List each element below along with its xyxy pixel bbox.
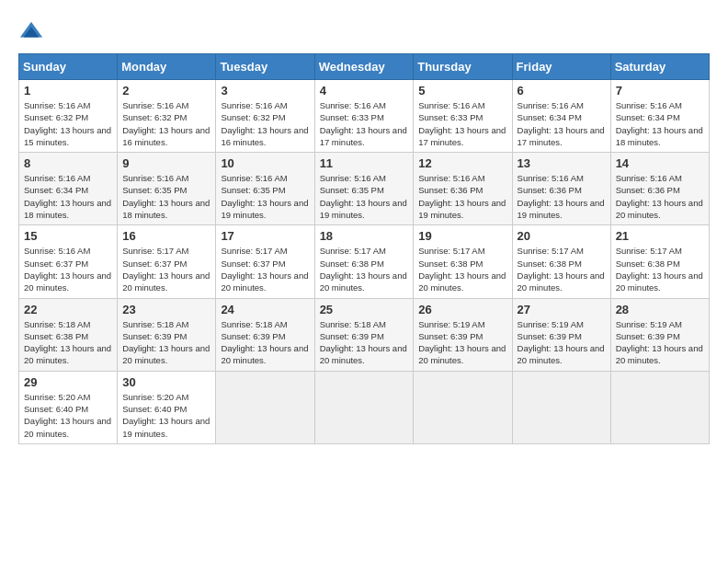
daylight-text: Daylight: 13 hours and 17 minutes. [518, 124, 606, 149]
day-number: 16 [122, 229, 210, 243]
day-number: 9 [122, 156, 210, 170]
daylight-text: Daylight: 13 hours and 17 minutes. [320, 124, 409, 149]
sunrise-text: Sunrise: 5:17 AM [122, 245, 210, 257]
sunset-text: Sunset: 6:34 PM [616, 111, 704, 123]
daylight-text: Daylight: 13 hours and 20 minutes. [518, 270, 606, 294]
header-tuesday: Tuesday [216, 54, 314, 80]
calendar-week-3: 15 Sunrise: 5:16 AM Sunset: 6:37 PM Dayl… [19, 225, 710, 298]
daylight-text: Daylight: 13 hours and 20 minutes. [24, 415, 112, 440]
sunset-text: Sunset: 6:32 PM [221, 111, 309, 123]
day-number: 29 [24, 375, 112, 389]
day-number: 12 [418, 156, 506, 170]
day-info: Sunrise: 5:17 AM Sunset: 6:38 PM Dayligh… [418, 245, 506, 293]
daylight-text: Daylight: 13 hours and 18 minutes. [24, 197, 112, 222]
calendar-cell: 29 Sunrise: 5:20 AM Sunset: 6:40 PM Dayl… [19, 371, 118, 443]
day-number: 5 [418, 84, 506, 98]
header-friday: Friday [512, 54, 610, 80]
calendar-cell: 3 Sunrise: 5:16 AM Sunset: 6:32 PM Dayli… [216, 80, 314, 153]
calendar-cell [610, 371, 709, 443]
day-info: Sunrise: 5:17 AM Sunset: 6:37 PM Dayligh… [122, 245, 210, 293]
day-info: Sunrise: 5:16 AM Sunset: 6:32 PM Dayligh… [221, 99, 309, 148]
day-info: Sunrise: 5:16 AM Sunset: 6:34 PM Dayligh… [518, 99, 606, 148]
header-monday: Monday [118, 54, 216, 80]
calendar-cell: 28 Sunrise: 5:19 AM Sunset: 6:39 PM Dayl… [610, 298, 709, 371]
calendar-cell [414, 371, 512, 443]
header-wednesday: Wednesday [314, 54, 414, 80]
calendar-week-2: 8 Sunrise: 5:16 AM Sunset: 6:34 PM Dayli… [19, 153, 710, 225]
day-number: 6 [518, 84, 606, 98]
calendar-cell: 1 Sunrise: 5:16 AM Sunset: 6:32 PM Dayli… [19, 80, 118, 153]
day-info: Sunrise: 5:16 AM Sunset: 6:36 PM Dayligh… [616, 172, 704, 221]
sunrise-text: Sunrise: 5:16 AM [518, 99, 606, 111]
calendar-cell: 21 Sunrise: 5:17 AM Sunset: 6:38 PM Dayl… [610, 225, 709, 298]
calendar-week-4: 22 Sunrise: 5:18 AM Sunset: 6:38 PM Dayl… [19, 298, 710, 371]
sunset-text: Sunset: 6:39 PM [418, 330, 506, 342]
day-number: 30 [122, 375, 210, 389]
daylight-text: Daylight: 13 hours and 19 minutes. [518, 197, 606, 222]
sunrise-text: Sunrise: 5:16 AM [122, 99, 210, 111]
day-number: 23 [122, 303, 210, 316]
sunset-text: Sunset: 6:38 PM [518, 258, 606, 270]
day-info: Sunrise: 5:16 AM Sunset: 6:35 PM Dayligh… [320, 172, 409, 221]
daylight-text: Daylight: 13 hours and 19 minutes. [221, 197, 309, 222]
logo-icon [18, 18, 44, 44]
sunset-text: Sunset: 6:33 PM [320, 111, 409, 123]
day-info: Sunrise: 5:16 AM Sunset: 6:35 PM Dayligh… [221, 172, 309, 221]
calendar-cell: 25 Sunrise: 5:18 AM Sunset: 6:39 PM Dayl… [314, 298, 414, 371]
calendar-cell: 15 Sunrise: 5:16 AM Sunset: 6:37 PM Dayl… [19, 225, 118, 298]
sunrise-text: Sunrise: 5:19 AM [616, 318, 704, 330]
sunrise-text: Sunrise: 5:20 AM [122, 391, 210, 403]
day-number: 17 [221, 229, 309, 243]
header-row: SundayMondayTuesdayWednesdayThursdayFrid… [19, 54, 710, 80]
sunset-text: Sunset: 6:37 PM [221, 258, 309, 270]
day-number: 7 [616, 84, 704, 98]
sunrise-text: Sunrise: 5:18 AM [122, 318, 210, 330]
day-number: 13 [518, 156, 606, 170]
sunrise-text: Sunrise: 5:17 AM [518, 245, 606, 257]
day-info: Sunrise: 5:19 AM Sunset: 6:39 PM Dayligh… [616, 318, 704, 367]
calendar-cell: 12 Sunrise: 5:16 AM Sunset: 6:36 PM Dayl… [414, 153, 512, 225]
calendar-cell: 7 Sunrise: 5:16 AM Sunset: 6:34 PM Dayli… [610, 80, 709, 153]
sunrise-text: Sunrise: 5:16 AM [320, 172, 409, 184]
sunset-text: Sunset: 6:40 PM [24, 403, 112, 415]
sunset-text: Sunset: 6:38 PM [24, 330, 112, 342]
day-info: Sunrise: 5:16 AM Sunset: 6:37 PM Dayligh… [24, 245, 112, 293]
header-saturday: Saturday [610, 54, 709, 80]
sunset-text: Sunset: 6:39 PM [616, 330, 704, 342]
day-number: 3 [221, 84, 309, 98]
day-info: Sunrise: 5:17 AM Sunset: 6:37 PM Dayligh… [221, 245, 309, 293]
sunset-text: Sunset: 6:36 PM [418, 184, 506, 196]
calendar-cell [314, 371, 414, 443]
daylight-text: Daylight: 13 hours and 20 minutes. [616, 197, 704, 222]
sunrise-text: Sunrise: 5:20 AM [24, 391, 112, 403]
header-sunday: Sunday [19, 54, 118, 80]
daylight-text: Daylight: 13 hours and 19 minutes. [418, 197, 506, 222]
daylight-text: Daylight: 13 hours and 20 minutes. [418, 342, 506, 367]
page-header [18, 18, 710, 44]
day-info: Sunrise: 5:16 AM Sunset: 6:32 PM Dayligh… [122, 99, 210, 148]
daylight-text: Daylight: 13 hours and 20 minutes. [418, 270, 506, 294]
sunrise-text: Sunrise: 5:18 AM [221, 318, 309, 330]
calendar-week-5: 29 Sunrise: 5:20 AM Sunset: 6:40 PM Dayl… [19, 371, 710, 443]
daylight-text: Daylight: 13 hours and 20 minutes. [320, 270, 409, 294]
header-thursday: Thursday [414, 54, 512, 80]
day-number: 24 [221, 303, 309, 316]
daylight-text: Daylight: 13 hours and 19 minutes. [122, 415, 210, 440]
daylight-text: Daylight: 13 hours and 20 minutes. [320, 342, 409, 367]
calendar-cell: 30 Sunrise: 5:20 AM Sunset: 6:40 PM Dayl… [118, 371, 216, 443]
sunrise-text: Sunrise: 5:16 AM [616, 172, 704, 184]
sunrise-text: Sunrise: 5:16 AM [24, 99, 112, 111]
day-number: 14 [616, 156, 704, 170]
day-info: Sunrise: 5:19 AM Sunset: 6:39 PM Dayligh… [518, 318, 606, 367]
day-info: Sunrise: 5:16 AM Sunset: 6:34 PM Dayligh… [24, 172, 112, 221]
daylight-text: Daylight: 13 hours and 20 minutes. [221, 270, 309, 294]
daylight-text: Daylight: 13 hours and 17 minutes. [418, 124, 506, 149]
sunrise-text: Sunrise: 5:19 AM [518, 318, 606, 330]
day-info: Sunrise: 5:17 AM Sunset: 6:38 PM Dayligh… [518, 245, 606, 293]
sunrise-text: Sunrise: 5:17 AM [221, 245, 309, 257]
calendar-header: SundayMondayTuesdayWednesdayThursdayFrid… [19, 54, 710, 80]
calendar-cell: 26 Sunrise: 5:19 AM Sunset: 6:39 PM Dayl… [414, 298, 512, 371]
sunrise-text: Sunrise: 5:16 AM [418, 172, 506, 184]
daylight-text: Daylight: 13 hours and 20 minutes. [24, 342, 112, 367]
day-info: Sunrise: 5:16 AM Sunset: 6:36 PM Dayligh… [418, 172, 506, 221]
